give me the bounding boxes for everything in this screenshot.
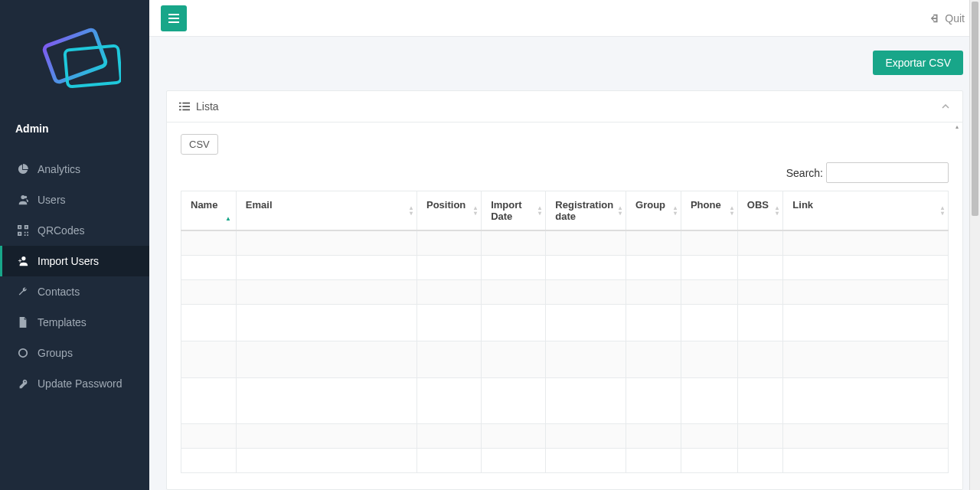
table-cell — [681, 341, 737, 377]
page-actions: Exportar CSV — [149, 37, 980, 75]
sidebar-item-import-users[interactable]: Import Users — [0, 246, 149, 276]
sidebar-item-update-password[interactable]: Update Password — [0, 368, 149, 399]
column-header-phone[interactable]: Phone▴▾ — [681, 191, 737, 231]
table-cell — [181, 377, 237, 423]
table-row[interactable] — [181, 279, 949, 304]
table-row[interactable] — [181, 448, 949, 472]
table-cell — [416, 279, 481, 304]
table-cell — [737, 304, 783, 341]
pie-chart-icon — [18, 164, 28, 175]
table-cell — [236, 304, 416, 341]
table-cell — [681, 304, 737, 341]
table-cell — [181, 341, 237, 377]
hamburger-icon — [168, 14, 179, 23]
table-row[interactable] — [181, 230, 949, 255]
table-cell — [737, 377, 783, 423]
scrollbar-thumb[interactable] — [972, 2, 978, 216]
table-cell — [681, 448, 737, 472]
table-cell — [783, 377, 949, 423]
table-cell — [482, 341, 546, 377]
table-row[interactable] — [181, 304, 949, 341]
search-row: Search: — [181, 162, 949, 183]
table-cell — [181, 448, 237, 472]
svg-rect-1 — [64, 45, 121, 87]
table-cell — [416, 341, 481, 377]
table-cell — [626, 279, 681, 304]
table-cell — [737, 341, 783, 377]
column-header-email[interactable]: Email▴▾ — [236, 191, 416, 231]
sidebar-item-label: QRCodes — [38, 224, 84, 237]
sidebar-item-users[interactable]: Users — [0, 185, 149, 215]
table-cell — [236, 377, 416, 423]
table-row[interactable] — [181, 377, 949, 423]
sidebar-item-contacts[interactable]: Contacts — [0, 276, 149, 307]
search-input[interactable] — [826, 162, 949, 183]
table-cell — [783, 423, 949, 448]
file-icon — [18, 317, 28, 328]
sidebar-item-qrcodes[interactable]: QRCodes — [0, 215, 149, 246]
table-cell — [236, 255, 416, 279]
table-cell — [546, 230, 626, 255]
table-cell — [783, 341, 949, 377]
table-cell — [546, 448, 626, 472]
table-cell — [482, 279, 546, 304]
sidebar-user-name: Admin — [15, 122, 49, 135]
table-cell — [737, 448, 783, 472]
table-cell — [181, 230, 237, 255]
sidebar-item-templates[interactable]: Templates — [0, 307, 149, 338]
sidebar-item-label: Contacts — [38, 286, 80, 298]
card-header: Lista — [167, 91, 962, 122]
column-header-obs[interactable]: OBS▴▾ — [737, 191, 783, 231]
table-cell — [546, 377, 626, 423]
column-header-link[interactable]: Link▴▾ — [783, 191, 949, 231]
quit-link[interactable]: Quit — [929, 12, 965, 24]
topbar: Quit — [149, 0, 980, 37]
table-cell — [181, 423, 237, 448]
chevron-up-icon[interactable] — [941, 102, 950, 111]
table-header-row: Name Email▴▾ Position▴▾ Import Date▴▾ Re… — [181, 191, 949, 231]
table-cell — [783, 279, 949, 304]
export-csv-button[interactable]: Exportar CSV — [873, 51, 963, 75]
page-scrollbar[interactable] — [969, 0, 980, 490]
column-header-position[interactable]: Position▴▾ — [416, 191, 481, 231]
table-cell — [681, 279, 737, 304]
csv-button[interactable]: CSV — [181, 134, 218, 155]
main-content: Quit Exportar CSV Lista CSV ▴ — [149, 0, 980, 490]
column-header-name[interactable]: Name — [181, 191, 237, 231]
table-row[interactable] — [181, 423, 949, 448]
svg-point-2 — [19, 349, 28, 358]
sidebar-item-analytics[interactable]: Analytics — [0, 154, 149, 185]
quit-label: Quit — [945, 12, 965, 24]
app-logo — [29, 18, 121, 94]
column-header-registration-date[interactable]: Registration date▴▾ — [546, 191, 626, 231]
sidebar-item-groups[interactable]: Groups — [0, 338, 149, 368]
key-icon — [18, 378, 28, 389]
table-cell — [236, 230, 416, 255]
sidebar-user: Admin — [0, 111, 149, 154]
column-header-group[interactable]: Group▴▾ — [626, 191, 681, 231]
table-cell — [416, 230, 481, 255]
table-cell — [236, 279, 416, 304]
table-cell — [482, 304, 546, 341]
user-plus-icon — [18, 256, 28, 266]
table-scrollbar[interactable]: ▴ — [953, 122, 961, 489]
table-cell — [546, 279, 626, 304]
card-body: CSV ▴ Search: Name Email▴▾ Position▴▾ — [167, 122, 962, 489]
logo-area — [0, 0, 149, 111]
table-cell — [236, 423, 416, 448]
sidebar-item-label: Templates — [38, 316, 87, 328]
data-table: Name Email▴▾ Position▴▾ Import Date▴▾ Re… — [181, 191, 949, 473]
table-cell — [181, 279, 237, 304]
table-cell — [681, 230, 737, 255]
card-title: Lista — [196, 100, 219, 113]
table-row[interactable] — [181, 255, 949, 279]
menu-toggle-button[interactable] — [161, 5, 187, 31]
column-header-import-date[interactable]: Import Date▴▾ — [482, 191, 546, 231]
table-row[interactable] — [181, 341, 949, 377]
table-cell — [626, 230, 681, 255]
table-cell — [181, 304, 237, 341]
circle-icon — [18, 348, 28, 358]
table-cell — [737, 423, 783, 448]
table-cell — [482, 230, 546, 255]
table-cell — [626, 423, 681, 448]
